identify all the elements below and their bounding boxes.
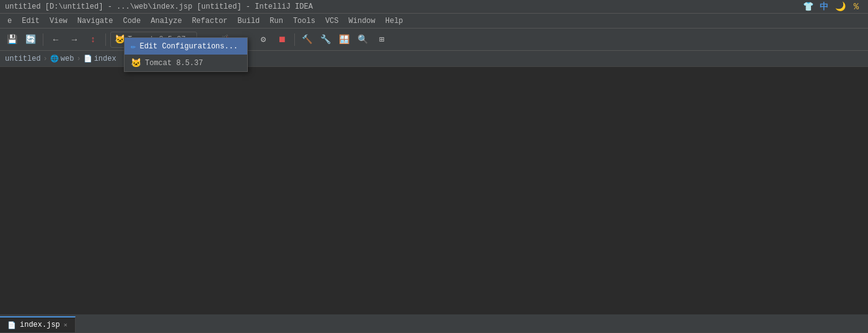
toolbar-sync-btn[interactable]: 🔄 [22,32,38,48]
percent-icon[interactable]: % [849,0,863,14]
breadcrumb-untitled[interactable]: untitled [5,55,41,63]
tomcat-config-icon: 🐱 [131,58,141,68]
stop-btn[interactable]: ⏹ [274,32,290,48]
tomcat-config-label: Tomcat 8.5.37 [145,59,203,68]
menu-vcs[interactable]: VCS [320,16,344,27]
menu-view[interactable]: View [45,16,72,27]
menu-bar: e Edit View Navigate Code Analyze Refact… [0,14,868,29]
menu-build[interactable]: Build [232,16,265,27]
build-menu-btn[interactable]: 🔨 [299,32,315,48]
breadcrumb-index[interactable]: index [94,55,116,63]
tab-close-btn[interactable]: ✕ [64,321,68,329]
main-layout [0,67,868,314]
menu-analyze[interactable]: Analyze [146,16,186,27]
menu-tools[interactable]: Tools [288,16,320,27]
hierarchy-btn[interactable]: ⊞ [374,32,390,48]
menu-run[interactable]: Run [265,16,288,27]
tab-jsp-icon: 📄 [7,321,16,329]
tomcat-config-item[interactable]: 🐱 Tomcat 8.5.37 [125,55,247,71]
edit-config-icon: ✏ [131,41,136,51]
title-bar: untitled [D:\untitled] - ...\web\index.j… [0,0,868,14]
tab-label: index.jsp [20,321,60,329]
toolbar-back-btn[interactable]: ← [48,32,64,48]
menu-edit[interactable]: Edit [17,16,45,27]
moon-icon[interactable]: 🌙 [833,0,847,14]
search-btn[interactable]: 🔍 [355,32,371,48]
window-btn[interactable]: 🪟 [336,32,353,48]
window-title: untitled [D:\untitled] - ...\web\index.j… [5,2,313,11]
menu-navigate[interactable]: Navigate [72,16,118,27]
breadcrumb-sep-1: › [43,55,48,63]
menu-code[interactable]: Code [118,16,146,27]
edit-configurations-item[interactable]: ✏ Edit Configurations... [125,38,247,55]
menu-e[interactable]: e [2,16,17,27]
breadcrumb-web[interactable]: web [61,55,74,63]
jsp-icon-bread: 📄 [84,55,92,63]
tab-index-jsp[interactable]: 📄 index.jsp ✕ [0,316,76,332]
breadcrumb-sep-2: › [76,55,81,63]
toolbar-save-btn[interactable]: 💾 [4,32,20,48]
menu-refactor[interactable]: Refactor [187,16,233,27]
run-config-menu: ✏ Edit Configurations... 🐱 Tomcat 8.5.37 [124,37,248,72]
toolbar-forward-btn[interactable]: → [66,32,82,48]
tab-bar: 📄 index.jsp ✕ [0,314,868,333]
menu-window[interactable]: Window [344,16,380,27]
toolbar-sep-1 [43,33,43,46]
web-icon: 🌐 [50,55,59,63]
shirt-icon[interactable]: 👕 [801,0,815,14]
toolbar-nav-btn[interactable]: ↕ [85,32,101,48]
toolbar-sep-2 [105,33,106,46]
edit-configurations-label: Edit Configurations... [139,42,237,51]
menu-help[interactable]: Help [380,16,408,27]
chinese-icon[interactable]: 中 [817,0,831,14]
profile-btn[interactable]: ⚙ [255,32,271,48]
title-bar-icons: 👕 中 🌙 % [801,0,863,14]
toolbar-sep-3 [294,33,295,46]
gen-btn[interactable]: 🔧 [318,32,334,48]
content-area: 📄 index.jsp ✕ Project ▾ ▼ 📁 untitled D:\… [0,314,868,333]
